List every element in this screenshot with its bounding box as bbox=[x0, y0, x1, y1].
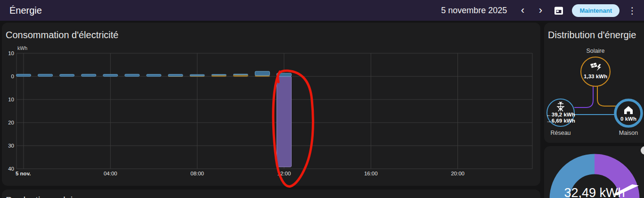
bar-grid-h3[interactable] bbox=[82, 74, 96, 76]
bar-grid-h2[interactable] bbox=[60, 74, 74, 76]
calendar-icon[interactable] bbox=[549, 1, 568, 19]
axis-tick-label: 0 bbox=[11, 74, 14, 79]
axis-tick-label: 30 bbox=[8, 143, 14, 148]
bar-grid-h1[interactable] bbox=[38, 74, 53, 76]
axis-tick-label: 5 nov. bbox=[16, 171, 31, 176]
grid-consumed-value: →6,69 kWh bbox=[546, 118, 575, 124]
consumption-bar-chart: 10010203040kWh5 nov.04:0008:0012:0016:00… bbox=[2, 23, 540, 186]
header-controls: 5 novembre 2025 ‹ › Maintenant ⋮ bbox=[441, 1, 639, 19]
bar-grid-h12[interactable] bbox=[277, 73, 291, 76]
grid-returned-value: ←39,2 kWh bbox=[546, 112, 575, 117]
bar-grid-h5[interactable] bbox=[125, 74, 139, 76]
axis-tick-label: 20 bbox=[8, 120, 14, 125]
energy-sources-gauge-card: 32,49 kWh bbox=[544, 146, 644, 198]
selected-date: 5 novembre 2025 bbox=[441, 6, 507, 16]
donut-total-value: 32,49 kWh bbox=[544, 186, 644, 198]
axis-tick-label: 20:00 bbox=[451, 171, 465, 176]
bar-grid-h7[interactable] bbox=[168, 74, 183, 76]
bar-grid-h4[interactable] bbox=[103, 74, 118, 76]
chevron-right-icon[interactable]: › bbox=[531, 1, 549, 19]
bar-return-h12[interactable] bbox=[277, 76, 291, 167]
flow-solar-to-home bbox=[597, 86, 616, 106]
solar-production-card-title: Production solaire bbox=[6, 195, 81, 198]
solar-label: Solaire bbox=[587, 48, 605, 54]
bar-grid-h8[interactable] bbox=[190, 74, 204, 76]
axis-tick-label: 12:00 bbox=[277, 171, 291, 176]
bar-grid-h6[interactable] bbox=[147, 74, 161, 76]
axis-tick-label: 40 bbox=[8, 166, 14, 172]
kebab-menu-icon[interactable]: ⋮ bbox=[625, 1, 639, 19]
axis-tick-label: 08:00 bbox=[190, 171, 204, 176]
home-value: 0 kWh bbox=[620, 116, 636, 122]
bar-grid-h11[interactable] bbox=[255, 71, 269, 75]
page-title: Énergie bbox=[9, 5, 42, 16]
solar-value: 1,33 kWh bbox=[584, 74, 607, 79]
y-axis-unit: kWh bbox=[17, 45, 27, 51]
solar-node-circle bbox=[581, 57, 610, 86]
app-header: Énergie 5 novembre 2025 ‹ › Maintenant ⋮ bbox=[0, 0, 644, 21]
flow-solar-to-grid bbox=[574, 86, 593, 107]
now-button[interactable]: Maintenant bbox=[572, 4, 620, 17]
badge-circle[interactable] bbox=[641, 146, 644, 155]
home-node-circle bbox=[615, 100, 642, 126]
axis-tick-label: 16:00 bbox=[364, 171, 378, 176]
solar-production-card: Production solaire bbox=[2, 190, 540, 198]
electricity-consumption-card: Consommation d'électricité 10010203040kW… bbox=[2, 23, 540, 186]
energy-distribution-card: Distribution d'énergie 1,33 kWh Solaire … bbox=[544, 23, 644, 143]
bar-grid-h9[interactable] bbox=[212, 74, 226, 75]
axis-tick-label: 10 bbox=[8, 50, 14, 56]
axis-tick-label: 10 bbox=[8, 97, 14, 102]
axis-tick-label: 04:00 bbox=[104, 171, 117, 176]
bar-grid-h10[interactable] bbox=[233, 74, 248, 75]
grid-label: Réseau bbox=[550, 130, 571, 136]
bar-grid-h0[interactable] bbox=[16, 74, 31, 76]
energy-distribution-diagram: 1,33 kWh Solaire ←39,2 kWh →6,69 kWh Rés… bbox=[544, 23, 644, 143]
home-label: Maison bbox=[619, 130, 638, 136]
chevron-left-icon[interactable]: ‹ bbox=[514, 1, 531, 19]
